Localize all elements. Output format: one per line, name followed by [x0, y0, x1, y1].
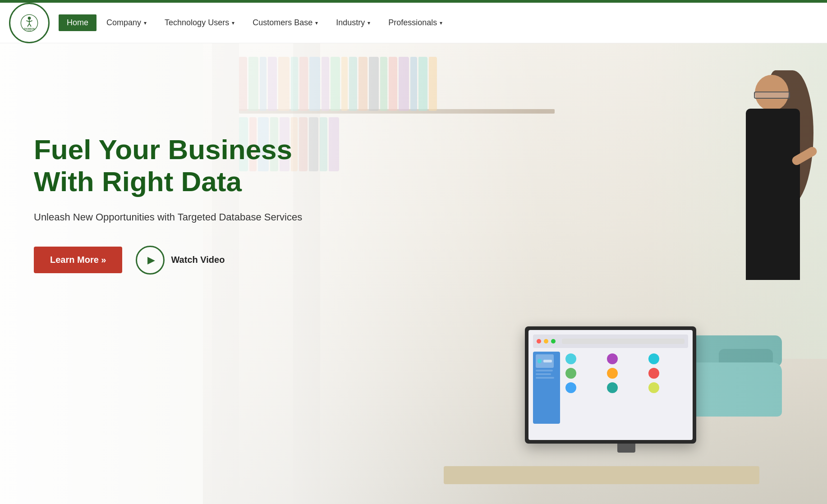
nav-item-customers-base[interactable]: Customers Base ▾ [244, 14, 326, 31]
nav-label-company: Company [106, 18, 141, 27]
chevron-down-icon: ▾ [315, 20, 318, 26]
chevron-down-icon: ▾ [368, 20, 370, 26]
svg-line-3 [26, 20, 29, 22]
hero-title-line1: Fuel Your Business [34, 134, 292, 165]
chevron-down-icon: ▾ [440, 20, 442, 26]
screen-dot [565, 382, 576, 393]
play-circle: ▶ [136, 246, 165, 275]
nav-items: Home Company ▾ Technology Users ▾ Custom… [59, 14, 818, 31]
learn-more-button[interactable]: Learn More » [34, 247, 122, 273]
monitor-screen [528, 330, 693, 440]
svg-line-5 [28, 23, 29, 27]
nav-item-company[interactable]: Company ▾ [98, 14, 155, 31]
logo: THOMSON DATA [9, 3, 50, 43]
svg-text:THOMSON: THOMSON [24, 27, 35, 30]
nav-label-customers-base: Customers Base [253, 18, 312, 27]
play-icon: ▶ [147, 254, 155, 266]
nav-item-home[interactable]: Home [59, 14, 96, 31]
hero-subtitle: Unleash New Opportunities with Targeted … [34, 211, 302, 223]
logo-area[interactable]: THOMSON DATA [9, 3, 50, 43]
standing-woman [746, 70, 800, 296]
hero-buttons: Learn More » ▶ Watch Video [34, 246, 302, 275]
hero-title: Fuel Your Business With Right Data [34, 133, 302, 198]
nav-label-professionals: Professionals [388, 18, 437, 27]
svg-text:DATA: DATA [28, 30, 32, 32]
nav-item-technology-users[interactable]: Technology Users ▾ [156, 14, 243, 31]
nav-item-professionals[interactable]: Professionals ▾ [380, 14, 450, 31]
chevron-down-icon: ▾ [232, 20, 234, 26]
hero-content: Fuel Your Business With Right Data Unlea… [34, 133, 302, 275]
watch-video-button[interactable]: ▶ Watch Video [136, 246, 225, 275]
chevron-down-icon: ▾ [144, 20, 147, 26]
hero-section: Fuel Your Business With Right Data Unlea… [0, 43, 827, 504]
desk-surface [444, 466, 759, 484]
nav-item-industry[interactable]: Industry ▾ [328, 14, 378, 31]
monitor-area [525, 326, 728, 462]
screen-dot [607, 368, 618, 379]
hero-title-line2: With Right Data [34, 166, 242, 197]
nav-label-technology-users: Technology Users [165, 18, 229, 27]
monitor-frame [525, 326, 696, 444]
navigation: THOMSON DATA Home Company ▾ Technology U… [0, 3, 827, 43]
screen-dot [607, 353, 618, 364]
nav-label-home: Home [67, 18, 88, 27]
screen-dot [607, 382, 618, 393]
svg-line-6 [29, 23, 31, 27]
screen-dot [565, 368, 576, 379]
screen-dot [648, 368, 659, 379]
watch-video-label: Watch Video [171, 255, 225, 265]
screen-dot [648, 382, 659, 393]
nav-label-industry: Industry [336, 18, 365, 27]
screen-dot [565, 353, 576, 364]
screen-dot [648, 353, 659, 364]
svg-line-4 [29, 20, 32, 22]
svg-point-1 [28, 17, 31, 20]
